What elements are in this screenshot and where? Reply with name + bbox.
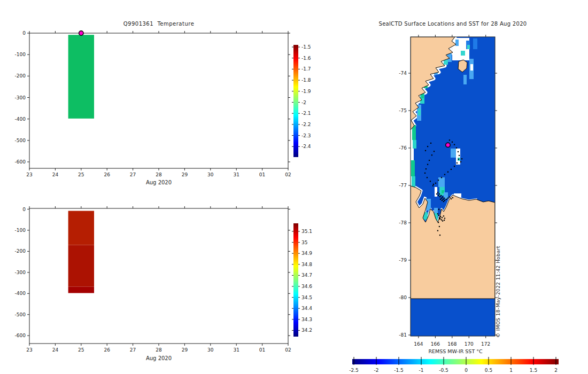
svg-text:2: 2	[554, 368, 558, 373]
svg-text:28: 28	[156, 172, 162, 177]
svg-text:34.4: 34.4	[301, 306, 312, 311]
svg-text:168: 168	[447, 341, 457, 347]
salinity-bar-segment-2	[68, 287, 94, 293]
svg-text:0: 0	[22, 30, 26, 36]
svg-text:27: 27	[130, 347, 136, 353]
svg-text:-79: -79	[399, 258, 407, 263]
svg-text:-1.5: -1.5	[301, 44, 311, 50]
svg-text:35: 35	[301, 240, 307, 245]
svg-text:-300: -300	[15, 95, 26, 100]
svg-text:-2.3: -2.3	[301, 133, 311, 138]
svg-text:-1.6: -1.6	[301, 56, 311, 61]
temperature-colorbar: -1.5-1.6-1.7-1.8-1.9-2-2.1-2.2-2.3-2.4	[292, 44, 311, 157]
svg-text:-500: -500	[15, 312, 26, 317]
temperature-plot: 23242526272829303101020-100-200-300-400-…	[15, 30, 291, 177]
svg-text:172: 172	[481, 341, 490, 347]
svg-text:30: 30	[207, 172, 214, 177]
svg-text:35.1: 35.1	[301, 229, 312, 234]
svg-text:-300: -300	[15, 270, 26, 275]
svg-text:-1.5: -1.5	[394, 368, 404, 373]
svg-text:-1.8: -1.8	[301, 77, 311, 83]
map-attribution: © IMOS 18-May-2022 11:42 Hobart	[496, 199, 501, 338]
map-surface-marker	[446, 143, 450, 147]
svg-text:-80: -80	[399, 295, 407, 300]
svg-text:164: 164	[414, 341, 423, 347]
svg-text:25: 25	[78, 347, 84, 353]
svg-text:01: 01	[259, 172, 265, 177]
svg-text:-100: -100	[15, 228, 26, 233]
svg-text:170: 170	[465, 341, 474, 347]
svg-text:02: 02	[285, 347, 291, 353]
svg-text:-77: -77	[399, 183, 407, 188]
svg-text:34.5: 34.5	[301, 295, 312, 300]
svg-text:-400: -400	[15, 291, 26, 296]
svg-text:-600: -600	[15, 159, 26, 165]
svg-text:-100: -100	[15, 52, 26, 57]
svg-text:-2.4: -2.4	[301, 144, 311, 149]
svg-text:-600: -600	[15, 333, 26, 338]
figure-canvas: 23242526272829303101020-100-200-300-400-…	[0, 0, 588, 374]
svg-text:1: 1	[509, 368, 513, 373]
svg-text:23: 23	[26, 172, 32, 177]
svg-text:34.7: 34.7	[301, 272, 312, 278]
svg-text:26: 26	[104, 347, 110, 353]
svg-text:34.8: 34.8	[301, 262, 312, 267]
temperature-xaxis-label: Aug 2020	[29, 180, 288, 185]
sst-colorbar: -2.5-2-1.5-1-0.500.511.52	[349, 357, 559, 373]
svg-text:-74: -74	[399, 71, 407, 76]
svg-text:29: 29	[182, 172, 188, 177]
svg-text:26: 26	[104, 172, 110, 177]
svg-text:31: 31	[233, 172, 239, 177]
salinity-bar-segment-1	[68, 245, 94, 287]
svg-text:-200: -200	[15, 248, 26, 254]
svg-text:-2.5: -2.5	[349, 368, 359, 373]
land-south	[411, 186, 495, 299]
svg-text:-78: -78	[399, 220, 407, 225]
svg-text:31: 31	[233, 347, 239, 353]
svg-text:-200: -200	[15, 73, 26, 79]
svg-text:34.3: 34.3	[301, 317, 312, 322]
svg-text:-76: -76	[399, 145, 407, 151]
svg-text:-2: -2	[374, 368, 379, 373]
svg-text:30: 30	[207, 347, 214, 353]
svg-text:01: 01	[259, 347, 265, 353]
svg-text:-2: -2	[301, 100, 306, 105]
svg-text:-2.1: -2.1	[301, 111, 311, 116]
svg-text:0: 0	[465, 368, 468, 373]
svg-text:0: 0	[22, 207, 26, 212]
svg-text:-500: -500	[15, 138, 26, 143]
svg-text:29: 29	[182, 347, 188, 353]
salinity-xaxis-label: Aug 2020	[29, 355, 288, 361]
svg-text:25: 25	[78, 172, 84, 177]
svg-text:34.9: 34.9	[301, 251, 312, 256]
svg-text:1.5: 1.5	[530, 368, 537, 373]
temperature-plot-title: Q9901361 Temperature	[29, 21, 288, 27]
temperature-surface-marker	[79, 31, 83, 35]
salinity-colorbar: 35.13534.934.834.734.634.534.434.334.2	[292, 223, 312, 337]
svg-text:-75: -75	[399, 108, 407, 113]
svg-text:34.6: 34.6	[301, 284, 312, 289]
map-title: SealCTD Surface Locations and SST for 28…	[372, 21, 533, 27]
svg-text:-400: -400	[15, 116, 26, 122]
svg-text:27: 27	[130, 172, 136, 177]
svg-text:23: 23	[26, 347, 32, 353]
svg-text:-1: -1	[419, 368, 424, 373]
salinity-plot: 23242526272829303101020-100-200-300-400-…	[15, 206, 291, 353]
svg-text:166: 166	[431, 341, 440, 347]
svg-text:-1.7: -1.7	[301, 66, 311, 72]
temperature-bar-segment-0	[68, 35, 94, 119]
svg-text:-2.2: -2.2	[301, 122, 311, 127]
svg-text:-1.9: -1.9	[301, 89, 311, 94]
svg-text:28: 28	[156, 347, 162, 353]
svg-text:24: 24	[52, 347, 59, 353]
svg-text:34.2: 34.2	[301, 328, 312, 333]
svg-text:-0.5: -0.5	[439, 368, 448, 373]
svg-text:02: 02	[285, 172, 291, 177]
svg-text:0.5: 0.5	[485, 368, 492, 373]
sst-map	[411, 37, 495, 336]
svg-text:24: 24	[52, 172, 59, 177]
sst-colorbar-label: REMSS MW-IR SST °C	[352, 349, 559, 354]
svg-text:-81: -81	[399, 332, 407, 338]
salinity-bar-segment-0	[68, 211, 94, 245]
